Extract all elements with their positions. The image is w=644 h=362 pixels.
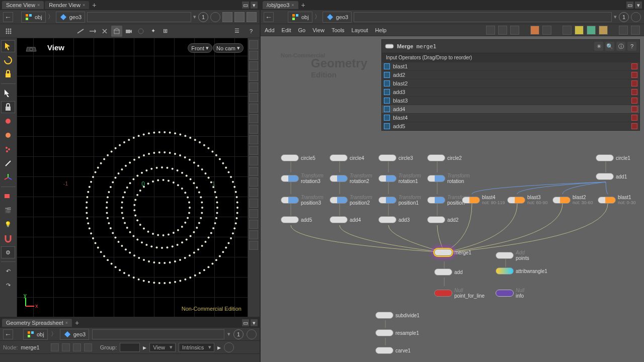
rt10[interactable] <box>249 135 258 144</box>
plus-icon[interactable]: ✦ <box>147 26 158 37</box>
search-icon[interactable]: 🔍 <box>605 42 614 51</box>
ss-intrinsics-dd[interactable]: Intrinsics <box>179 343 214 352</box>
undo-tool[interactable]: ↶ <box>1 265 15 277</box>
ss-group-input[interactable] <box>120 343 140 352</box>
ss-vtx-icon[interactable] <box>73 343 81 351</box>
node-blast2[interactable] <box>552 197 571 204</box>
add-tab-icon[interactable]: + <box>73 319 81 327</box>
light-red-tool[interactable] <box>1 115 15 127</box>
wrench-icon[interactable] <box>486 26 495 35</box>
pan-icon[interactable] <box>87 26 98 37</box>
path-dd[interactable] <box>354 12 612 22</box>
ss-view-dd[interactable]: View <box>149 343 176 352</box>
back-button[interactable]: ← <box>264 12 274 22</box>
rt9[interactable] <box>249 125 258 134</box>
node-subdivide1[interactable] <box>375 312 393 319</box>
node-add3[interactable] <box>378 216 396 223</box>
node-add4[interactable] <box>330 216 348 223</box>
tab-render-view[interactable]: Render View× <box>45 1 89 9</box>
menu-help[interactable]: Help <box>375 27 387 33</box>
tree-icon[interactable] <box>510 26 519 35</box>
rt14[interactable] <box>249 177 258 187</box>
menu-icon[interactable]: ▾ <box>635 2 642 9</box>
rt8[interactable] <box>249 114 258 123</box>
rt4[interactable] <box>249 72 258 81</box>
node-circle1[interactable] <box>596 154 614 161</box>
arrow-tool[interactable] <box>1 87 15 99</box>
link-icon[interactable] <box>384 80 390 86</box>
secure-select-tool[interactable] <box>1 68 15 80</box>
node-carve1[interactable] <box>375 347 393 354</box>
delete-icon[interactable] <box>631 72 637 78</box>
node-rotation1[interactable] <box>378 175 396 182</box>
menu-add[interactable]: Add <box>265 27 275 33</box>
node-rotation[interactable] <box>427 175 445 182</box>
rotate-tool[interactable] <box>1 54 15 66</box>
delete-icon[interactable] <box>631 89 637 95</box>
settings-icon[interactable]: ☰ <box>231 26 243 37</box>
chevron-icon[interactable]: ▸ <box>217 343 221 351</box>
ss-record-icon[interactable] <box>247 329 257 339</box>
rt6[interactable] <box>249 93 258 102</box>
gear-icon[interactable]: ✳ <box>594 42 603 51</box>
inbox-icon[interactable] <box>599 26 608 35</box>
grid-icon[interactable] <box>3 26 14 37</box>
link-icon[interactable] <box>384 123 390 129</box>
node-position[interactable] <box>427 197 445 204</box>
node-points[interactable] <box>496 252 514 259</box>
delete-icon[interactable] <box>631 106 637 112</box>
close-icon[interactable]: × <box>65 320 68 325</box>
path-seg-geo3[interactable]: geo3 <box>56 12 85 23</box>
node-resample1[interactable] <box>375 329 393 336</box>
maximize-icon[interactable]: ▭ <box>242 2 249 9</box>
misc-icon[interactable]: ⊞ <box>159 26 171 37</box>
link-icon[interactable] <box>384 72 390 78</box>
info-icon[interactable]: ⓘ <box>616 42 625 51</box>
link-icon[interactable] <box>384 115 390 121</box>
delete-icon[interactable] <box>631 80 637 86</box>
node-attribwrangle1[interactable] <box>496 267 514 275</box>
back-button[interactable]: ← <box>3 329 13 339</box>
search-icon[interactable] <box>619 26 628 35</box>
node-position3[interactable] <box>281 197 299 204</box>
node-position1[interactable] <box>378 197 396 204</box>
ss-pt-icon[interactable] <box>51 343 59 351</box>
gear-tool[interactable]: ⚙ <box>1 246 15 258</box>
zoom-icon[interactable] <box>99 26 110 37</box>
close-icon[interactable]: × <box>83 3 85 8</box>
boxes-icon[interactable] <box>234 12 245 22</box>
link-icon[interactable] <box>384 98 390 104</box>
viewport-cam-dropdown[interactable]: No cam▾ <box>213 43 244 53</box>
tumble-icon[interactable] <box>75 26 86 37</box>
path-seg-obj[interactable]: obj <box>21 12 46 23</box>
target-icon[interactable] <box>631 26 640 35</box>
viewport-canvas[interactable]: (function(){ const g = document.querySel… <box>17 38 248 317</box>
node-circle4[interactable] <box>330 154 348 161</box>
circ-icon[interactable] <box>135 26 146 37</box>
node-info[interactable] <box>496 290 514 297</box>
magnet-tool[interactable] <box>1 232 15 244</box>
tab-scene-view[interactable]: Scene View× <box>2 1 44 9</box>
box-icon[interactable] <box>222 12 232 22</box>
node-position2[interactable] <box>330 197 348 204</box>
rt20[interactable] <box>249 241 258 250</box>
path-geo3[interactable]: geo3 <box>323 12 352 23</box>
light-tool[interactable]: 💡 <box>1 218 15 230</box>
param-row-blast2[interactable]: blast2 <box>382 79 639 87</box>
maximize-icon[interactable]: ▭ <box>242 319 249 326</box>
delete-icon[interactable] <box>631 115 637 121</box>
param-row-blast1[interactable]: blast1 <box>382 62 639 70</box>
rt3[interactable] <box>249 61 258 70</box>
node-rotation3[interactable] <box>281 175 299 182</box>
ss-path-dd[interactable] <box>92 329 224 339</box>
param-row-add4[interactable]: add4 <box>382 105 639 113</box>
rt12[interactable] <box>249 156 258 165</box>
menu-edit[interactable]: Edit <box>282 27 291 33</box>
node-add1[interactable] <box>596 173 614 180</box>
help-icon[interactable]: ? <box>246 26 257 37</box>
rt7[interactable] <box>249 104 258 113</box>
delete-icon[interactable] <box>631 98 637 104</box>
take[interactable]: 1 <box>619 12 629 22</box>
link-icon[interactable] <box>384 63 390 69</box>
node-add[interactable] <box>434 268 452 276</box>
